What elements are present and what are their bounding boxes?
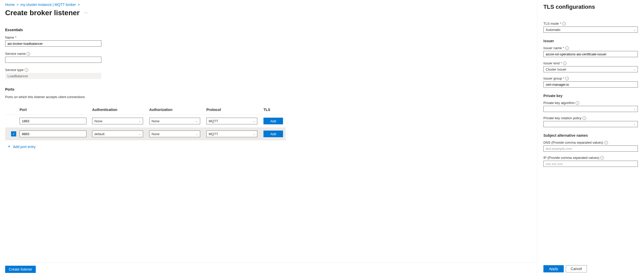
port-input[interactable]	[20, 131, 86, 137]
authorization-value: None	[152, 132, 160, 136]
row-checkbox-wrap[interactable]: ✓	[8, 131, 20, 136]
pk-rotation-select[interactable]: ⌄	[543, 121, 638, 127]
row-checkbox-wrap[interactable]	[8, 118, 20, 124]
essentials-heading: Essentials	[5, 28, 532, 32]
breadcrumb-home[interactable]: Home	[5, 3, 15, 7]
name-label-text: Name	[5, 36, 14, 39]
service-name-field-group: Service name i	[5, 52, 532, 63]
more-actions-icon[interactable]: ···	[84, 11, 88, 15]
san-heading: Subject alternative names	[543, 133, 638, 137]
apply-button[interactable]: Apply	[543, 265, 564, 272]
protocol-select[interactable]: MQTT ⌄	[206, 131, 257, 137]
tls-add-button[interactable]: Add	[263, 131, 283, 137]
name-input[interactable]	[5, 40, 101, 47]
issuer-name-label: Issuer name * i	[543, 46, 638, 50]
cancel-button[interactable]: Cancel	[566, 265, 587, 272]
row-checkbox[interactable]	[11, 118, 16, 124]
info-icon[interactable]: i	[583, 116, 586, 120]
ports-heading: Ports	[5, 87, 532, 91]
main-content: Home > my-cluster-instance | MQTT broker…	[0, 0, 537, 276]
chevron-down-icon: ⌄	[253, 133, 255, 135]
pk-rotation-label: Private key rotation policy i	[543, 116, 638, 120]
chevron-down-icon: ⌄	[196, 133, 198, 135]
issuer-kind-label: Issuer kind * i	[543, 61, 638, 65]
info-icon[interactable]: i	[604, 141, 608, 144]
panel-title: TLS configurations	[543, 4, 638, 10]
breadcrumb-cluster[interactable]: my-cluster-instance | MQTT broker	[20, 3, 76, 7]
info-icon[interactable]: i	[600, 156, 604, 160]
ports-description: Ports on which this listener accepts cli…	[5, 95, 532, 99]
authentication-select[interactable]: default ⌄	[92, 131, 143, 137]
plus-icon: +	[8, 144, 11, 149]
issuer-group-label: Issuer group * i	[543, 76, 638, 80]
authorization-value: None	[152, 119, 160, 123]
chevron-down-icon: ⌄	[633, 68, 636, 71]
name-field-group: Name *	[5, 36, 532, 47]
issuer-name-input[interactable]	[543, 51, 638, 57]
chevron-down-icon: ⌄	[196, 120, 198, 123]
authentication-select[interactable]: None ⌄	[92, 118, 143, 124]
required-indicator: *	[563, 76, 564, 80]
add-port-entry-label: Add port entry	[13, 145, 36, 149]
page-title-row: Create broker listener ···	[5, 9, 532, 17]
san-ip-label-text: IP (Provide comma separated values)	[543, 156, 599, 160]
column-tls: TLS	[263, 108, 283, 112]
san-ip-label: IP (Provide comma separated values) i	[543, 156, 638, 160]
authorization-select[interactable]: None ⌄	[149, 131, 200, 137]
pk-algo-label: Private key algorithm i	[543, 101, 638, 105]
column-protocol: Protocol	[206, 108, 263, 112]
info-icon[interactable]: i	[562, 22, 566, 25]
issuer-kind-select[interactable]: Cluster Issuer ⌄	[543, 66, 638, 72]
chevron-down-icon: ⌄	[253, 120, 255, 123]
san-dns-label-text: DNS (Provide comma separated values)	[543, 141, 603, 144]
issuer-name-label-text: Issuer name	[543, 46, 562, 50]
service-type-label-text: Service type	[5, 68, 24, 72]
chevron-down-icon: ⌄	[633, 123, 636, 126]
chevron-down-icon: ⌄	[139, 133, 141, 135]
breadcrumb: Home > my-cluster-instance | MQTT broker…	[5, 3, 532, 7]
info-icon[interactable]: i	[25, 68, 28, 72]
required-indicator: *	[561, 61, 562, 65]
san-dns-input[interactable]	[543, 145, 638, 152]
add-port-entry-button[interactable]: + Add port entry	[5, 140, 286, 153]
protocol-value: MQTT	[209, 119, 218, 123]
chevron-down-icon: ⌄	[633, 108, 636, 110]
service-name-input[interactable]	[5, 57, 101, 63]
service-type-label: Service type i	[5, 68, 532, 72]
panel-footer: Apply Cancel	[543, 264, 638, 272]
authorization-select[interactable]: None ⌄	[149, 118, 200, 124]
protocol-select[interactable]: MQTT ⌄	[206, 118, 257, 124]
chevron-right-icon: >	[78, 3, 80, 7]
chevron-right-icon: >	[16, 3, 19, 7]
info-icon[interactable]: i	[565, 77, 569, 80]
tls-mode-select[interactable]: Automatic ⌄	[543, 27, 638, 33]
issuer-heading: Issuer	[543, 39, 638, 43]
required-indicator: *	[560, 22, 561, 25]
info-icon[interactable]: i	[27, 52, 30, 56]
info-icon[interactable]: i	[565, 46, 569, 50]
column-port: Port	[20, 108, 92, 112]
protocol-value: MQTT	[209, 132, 218, 136]
create-listener-button[interactable]: Create listener	[5, 266, 36, 273]
info-icon[interactable]: i	[563, 62, 567, 65]
info-icon[interactable]: i	[576, 101, 579, 105]
pk-algo-label-text: Private key algorithm	[543, 101, 575, 105]
san-dns-label: DNS (Provide comma separated values) i	[543, 141, 638, 144]
table-row: ✓ default ⌄ None ⌄ MQTT ⌄	[5, 127, 286, 140]
pk-algo-select[interactable]: ⌄	[543, 106, 638, 112]
authentication-value: None	[94, 119, 102, 123]
name-label: Name *	[5, 36, 532, 39]
chevron-down-icon: ⌄	[633, 28, 636, 31]
row-checkbox-checked[interactable]: ✓	[11, 131, 16, 136]
required-indicator: *	[563, 46, 564, 50]
chevron-down-icon: ⌄	[139, 120, 141, 123]
issuer-group-input[interactable]	[543, 81, 638, 88]
tls-add-button[interactable]: Add	[263, 118, 283, 124]
port-input[interactable]	[20, 118, 86, 124]
san-ip-input[interactable]	[543, 161, 638, 167]
ports-header-row: Port Authentication Authorization Protoc…	[5, 105, 286, 115]
service-type-input	[5, 73, 101, 79]
service-name-label-text: Service name	[5, 52, 25, 56]
tls-mode-label-text: TLS mode	[543, 22, 559, 25]
column-authentication: Authentication	[92, 108, 149, 112]
